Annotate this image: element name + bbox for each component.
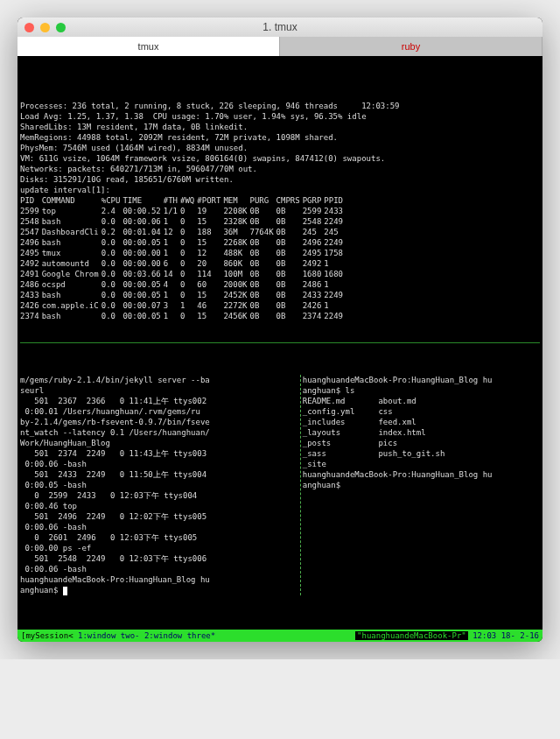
top-header-line: PhysMem: 7546M used (1464M wired), 8834M… <box>20 144 248 152</box>
top-header-line: MemRegions: 44988 total, 2092M resident,… <box>20 133 338 142</box>
terminal-line: 501 2374 2249 0 11:43上午 ttys003 <box>20 448 300 459</box>
top-header-line: Load Avg: 1.25, 1.37, 1.38 CPU usage: 1.… <box>20 112 367 121</box>
terminal-window: 1. tmux tmux ruby Processes: 236 total, … <box>18 18 542 642</box>
terminal-line: 0:00.05 -bash <box>20 480 300 490</box>
terminal-line: _site <box>303 459 540 469</box>
pane-left[interactable]: m/gems/ruby-2.1.4/bin/jekyll server --ba… <box>20 375 301 595</box>
column-header: PGRP <box>303 195 325 206</box>
terminal-line: huanghuandeMacBook-Pro:HuangHuan_Blog hu <box>20 574 300 585</box>
tmux-statusbar[interactable]: [mySession< 1:window two- 2:window three… <box>18 630 542 642</box>
table-row: 2495tmux0.000:00.001012488K0B0B24951758 <box>20 248 346 258</box>
top-header-line: Disks: 315291/10G read, 185651/6760M wri… <box>20 175 234 184</box>
pane-right[interactable]: huanghuandeMacBook-Pro:HuangHuan_Blog hu… <box>301 375 540 595</box>
table-row: 2547DashboardCli0.200:01.0412018836M7764… <box>20 227 346 237</box>
terminal-line: 0:00.06 -bash <box>20 522 300 532</box>
column-header: #PORT <box>197 195 223 206</box>
status-right: "huanghuandeMacBook-Pr" 12:03 18- 2-16 <box>355 631 539 640</box>
table-row: 2486ocspd0.000:00.0540602000K0B0B24861 <box>20 279 346 290</box>
top-header-line: update interval[1]: <box>20 186 110 194</box>
table-row: 2496bash0.000:00.0510152268K0B0B24962249 <box>20 237 346 248</box>
terminal-line: huanghuandeMacBook-Pro:HuangHuan_Blog hu <box>303 469 540 480</box>
table-row: 2374bash0.000:00.0510152456K0B0B23742249 <box>20 311 346 321</box>
column-header: MEM <box>223 195 249 206</box>
table-header: PIDCOMMAND%CPUTIME#TH#WQ#PORTMEMPURGCMPR… <box>20 195 346 206</box>
top-header-line: Processes: 236 total, 2 running, 8 stuck… <box>20 102 399 110</box>
terminal-line: _includes feed.xml <box>303 417 540 427</box>
tab-ruby[interactable]: ruby <box>280 37 542 56</box>
terminal-line: anghuan$ ls <box>303 385 540 396</box>
top-header-line: SharedLibs: 13M resident, 17M data, 0B l… <box>20 123 248 131</box>
terminal-line: 0:00.00 ps -ef <box>20 543 300 553</box>
terminal-body[interactable]: Processes: 236 total, 2 running, 8 stuck… <box>18 56 542 630</box>
terminal-line: 501 2496 2249 0 12:02下午 ttys005 <box>20 511 300 522</box>
column-header: PPID <box>324 195 346 206</box>
table-row: 2599top2.400:00.521/10192208K0B0B2599243… <box>20 206 346 216</box>
terminal-line: 0 2601 2496 0 12:03下午 ttys005 <box>20 532 300 543</box>
terminal-line: 501 2548 2249 0 12:03下午 ttys006 <box>20 553 300 564</box>
terminal-line: 0:00.46 top <box>20 501 300 511</box>
terminal-line: _posts pics <box>303 438 540 448</box>
table-row: 2491Google Chrom0.000:03.66140114100M0B0… <box>20 269 346 279</box>
table-row: 2548bash0.000:00.0610152328K0B0B25482249 <box>20 216 346 227</box>
process-table: PIDCOMMAND%CPUTIME#TH#WQ#PORTMEMPURGCMPR… <box>20 195 346 321</box>
table-row: 2426com.apple.iC0.000:00.0731462272K0B0B… <box>20 300 346 311</box>
terminal-line: 0:00.06 -bash <box>20 459 300 469</box>
terminal-line: Work/HuangHuan_Blog <box>20 438 300 448</box>
terminal-line: nt_watch --latency 0.1 /Users/huanghuan/ <box>20 427 300 438</box>
pane-top[interactable]: Processes: 236 total, 2 running, 8 stuck… <box>20 90 540 343</box>
column-header: TIME <box>122 195 163 206</box>
terminal-line: _sass push_to_git.sh <box>303 448 540 459</box>
column-header: PURG <box>249 195 276 206</box>
tab-tmux[interactable]: tmux <box>18 37 280 56</box>
status-window-1[interactable]: 1:window two- <box>78 631 139 640</box>
terminal-line: anghuan$ <box>20 585 300 595</box>
session-name: [mySession< <box>21 631 78 640</box>
terminal-line: seurl <box>20 385 300 396</box>
status-window-2[interactable]: 2:window three* <box>144 631 215 640</box>
terminal-line: README.md about.md <box>303 396 540 406</box>
tab-bar: tmux ruby <box>18 37 542 56</box>
column-header: CMPRS <box>276 195 303 206</box>
column-header: #TH <box>164 195 180 206</box>
terminal-line: m/gems/ruby-2.1.4/bin/jekyll server --ba <box>20 375 300 385</box>
table-row: 2433bash0.000:00.0510152452K0B0B24332249 <box>20 290 346 300</box>
terminal-line: 0:00.01 /Users/huanghuan/.rvm/gems/ru <box>20 406 300 417</box>
column-header: COMMAND <box>42 195 102 206</box>
terminal-line: 0:00.06 -bash <box>20 564 300 574</box>
cursor-icon <box>63 587 67 595</box>
pane-split: m/gems/ruby-2.1.4/bin/jekyll server --ba… <box>20 375 540 595</box>
top-header-line: VM: 611G vsize, 1064M framework vsize, 8… <box>20 154 385 163</box>
column-header: #WQ <box>180 195 197 206</box>
terminal-line: 0 2599 2433 0 12:03下午 ttys004 <box>20 490 300 501</box>
terminal-line: by-2.1.4/gems/rb-fsevent-0.9.7/bin/fseve <box>20 417 300 427</box>
terminal-line: 501 2367 2366 0 11:41上午 ttys002 <box>20 396 300 406</box>
terminal-line: _config.yml css <box>303 406 540 417</box>
column-header: %CPU <box>102 195 123 206</box>
table-row: 2492automountd0.000:00.006020860K0B0B249… <box>20 258 346 269</box>
terminal-line: _layouts index.html <box>303 427 540 438</box>
terminal-line: huanghuandeMacBook-Pro:HuangHuan_Blog hu <box>303 375 540 385</box>
terminal-line: anghuan$ <box>303 480 540 490</box>
terminal-line: 501 2433 2249 0 11:50上午 ttys004 <box>20 469 300 480</box>
window-title: 1. tmux <box>18 21 542 33</box>
column-header: PID <box>20 195 42 206</box>
top-header-line: Networks: packets: 640271/713M in, 59604… <box>20 165 257 173</box>
titlebar[interactable]: 1. tmux <box>18 18 542 37</box>
